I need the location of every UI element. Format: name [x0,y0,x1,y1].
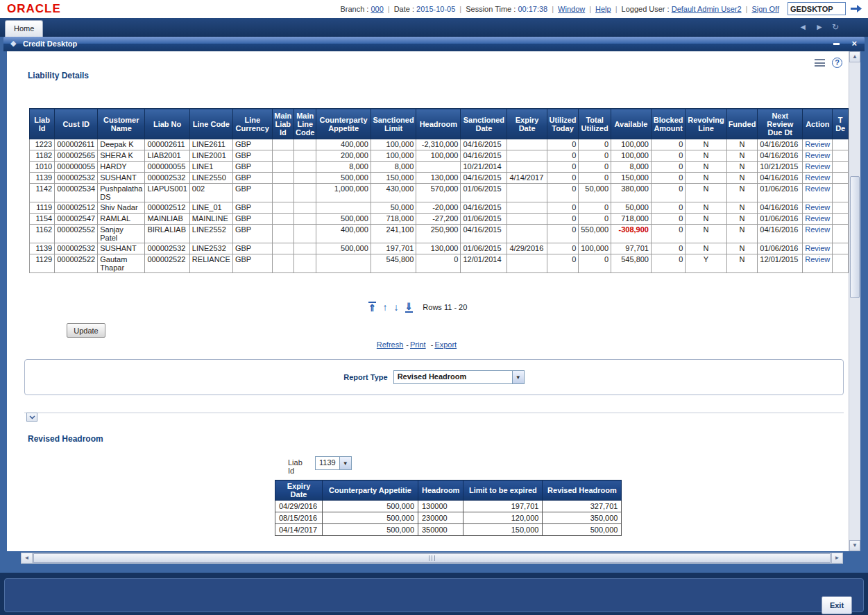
table-row[interactable]: 1139000002532SUSHANT000002532LINE2550GBP… [30,173,849,184]
column-header: Blocked Amount [651,109,685,139]
workspace-input[interactable] [788,2,846,15]
scroll-up-arrow[interactable]: ▲ [849,51,860,62]
table-row[interactable]: 1010000000055HARDY000000055LINE1GBP8,000… [30,162,849,173]
cell: 200,000 [316,150,371,162]
help-icon[interactable]: ? [832,58,842,68]
customize-icon[interactable] [815,59,825,67]
nav-back-icon[interactable]: ◄ [799,22,807,32]
liab-id-select[interactable]: 1139 ▼ [315,456,352,470]
collapse-section-button[interactable] [26,413,37,422]
table-row[interactable]: 1142000002534Pushpalatha DSLIAPUS001002G… [30,184,849,202]
vertical-scroll-thumb[interactable] [850,176,860,298]
liability-table-container: Liab IdCust IDCustomer NameLiab NoLine C… [29,108,849,273]
cell: 500,000 [323,501,418,512]
close-button[interactable]: × [851,38,857,49]
cell: 0 [579,214,611,225]
session-time-value: 00:17:38 [518,5,547,13]
cell: 01/06/2015 [461,184,507,202]
table-row[interactable]: 1119000002512Shiv Nadar000002512LINE_01G… [30,202,849,214]
refresh-icon[interactable]: ↻ [832,22,839,32]
liability-details-title: Liability Details [28,71,89,80]
cell: LINE2550 [189,173,232,184]
cell: 000002532 [145,173,189,184]
sign-off-link[interactable]: Sign Off [751,5,779,13]
table-row[interactable]: 08/15/2016500,000230000120,000350,000 [275,512,622,524]
tab-home[interactable]: Home [5,20,43,37]
cell: 1139 [30,243,55,254]
cell: 97,701 [611,243,652,254]
review-link[interactable]: Review [805,162,830,171]
cell [272,173,293,184]
review-link[interactable]: Review [805,140,830,148]
review-link[interactable]: Review [805,255,830,263]
dropdown-arrow-icon[interactable]: ▼ [512,371,524,383]
table-row[interactable]: 1223000002611Deepak K000002611LINE2611GB… [30,139,849,150]
table-row[interactable]: 1182000002565SHERA KLIAB2001LINE2001GBP2… [30,150,849,162]
cell: 1142 [30,184,55,202]
cell: 100,000 [611,139,652,150]
minimize-button[interactable] [833,43,840,45]
cell [833,225,849,243]
cell: 002 [189,184,232,202]
scroll-left-arrow[interactable]: ◄ [22,553,33,563]
cell: 1129 [30,254,55,273]
cell: 130,000 [416,243,461,254]
review-link[interactable]: Review [805,184,830,193]
separator: | [615,5,618,13]
last-page-icon[interactable]: ⇓ [405,302,414,313]
column-header: Sanctioned Limit [371,109,416,139]
cell: -308,900 [611,225,652,243]
cell: N [686,214,726,225]
table-row[interactable]: 04/29/2016500,000130000197,701327,701 [275,501,622,512]
cell [293,225,316,243]
previous-page-icon[interactable]: ↑ [382,302,387,312]
cell: SUSHANT [98,243,145,254]
update-button[interactable]: Update [67,323,105,338]
review-link[interactable]: Review [805,173,830,182]
vertical-scrollbar[interactable]: ▲ ▼ [849,51,860,551]
exit-button[interactable]: Exit [822,596,852,614]
cell: LINE1 [189,162,232,173]
cell [833,202,849,214]
table-row[interactable]: 1162000002552Sanjay PatelBIRLALIABLINE25… [30,225,849,243]
nav-forward-icon[interactable]: ► [815,22,824,32]
cell: 0 [579,202,611,214]
column-header: Revised Headroom [543,480,622,501]
table-row[interactable]: 1139000002532SUSHANT000002532LINE2532GBP… [30,243,849,254]
cell: 04/16/2016 [758,202,803,214]
cell: 1162 [30,225,55,243]
window-link[interactable]: Window [558,5,585,13]
review-link[interactable]: Review [805,214,830,223]
content-area: ? Liability Details Liab IdCust IDCustom… [7,51,860,551]
horizontal-scrollbar[interactable]: ◄ ► [21,553,843,564]
scroll-down-arrow[interactable]: ▼ [849,540,860,551]
go-arrow-icon[interactable] [849,3,863,15]
cell: 000000055 [55,162,98,173]
cell: 0 [651,173,685,184]
dropdown-arrow-icon[interactable]: ▼ [339,457,351,469]
export-link[interactable]: Export [434,340,457,349]
cell [272,184,293,202]
cell: Review [803,202,833,214]
review-link[interactable]: Review [805,244,830,252]
cell: 000002512 [145,202,189,214]
logged-user-link[interactable]: Default Admin User2 [672,5,742,13]
horizontal-scroll-thumb[interactable] [33,553,831,563]
cell: 0 [547,254,578,273]
branch-link[interactable]: 000 [371,5,383,13]
next-page-icon[interactable]: ↓ [394,302,399,312]
cell: 01/06/2016 [758,184,803,202]
table-row[interactable]: 1154000002547RAMLALMAINLIABMAINLINEGBP50… [30,214,849,225]
print-link[interactable]: Print [410,340,426,349]
review-link[interactable]: Review [805,203,830,211]
table-row[interactable]: 04/14/2017500,000350000150,000500,000 [275,524,622,536]
review-link[interactable]: Review [805,225,830,234]
cell: 04/16/2015 [461,202,507,214]
first-page-icon[interactable]: ⇑ [368,302,377,313]
scroll-right-arrow[interactable]: ► [831,553,842,563]
table-row[interactable]: 1129000002522Gautam Thapar000002522RELIA… [30,254,849,273]
refresh-link[interactable]: Refresh [377,340,404,349]
review-link[interactable]: Review [805,151,830,159]
help-link[interactable]: Help [595,5,611,13]
report-type-select[interactable]: Revised Headroom ▼ [393,370,525,384]
